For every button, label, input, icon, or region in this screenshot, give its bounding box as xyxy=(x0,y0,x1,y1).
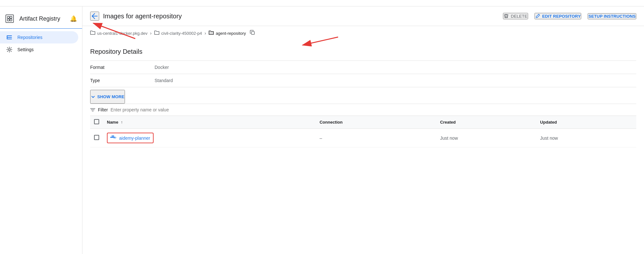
filter-bar: Filter xyxy=(90,107,636,112)
folder-icon-project xyxy=(154,30,159,36)
breadcrumb-project-label: civil-clarity-450002-p4 xyxy=(161,31,202,36)
repositories-label: Repositories xyxy=(17,35,43,40)
image-name: aidemy-planner xyxy=(119,136,150,141)
sidebar-nav: Repositories Settings xyxy=(0,29,82,58)
svg-rect-18 xyxy=(113,136,114,136)
show-more-button[interactable]: SHOW MORE xyxy=(90,90,125,104)
copy-icon[interactable] xyxy=(250,30,255,36)
edit-repository-button[interactable]: EDIT REPOSITORY xyxy=(535,13,582,19)
updated-column-header: Updated xyxy=(536,116,636,129)
connection-label: Connection xyxy=(319,120,343,125)
connection-column-header: Connection xyxy=(316,116,436,129)
folder-icon-domain xyxy=(90,30,95,36)
svg-rect-3 xyxy=(7,19,9,21)
checkbox-header xyxy=(90,116,103,129)
folder-icon-repo xyxy=(209,30,214,36)
table-row: aidemy-planner – Just now Just now xyxy=(90,129,636,147)
details-row-format: Format Docker xyxy=(90,61,636,74)
breadcrumb-repo[interactable]: agent-repository xyxy=(209,30,246,36)
row-connection-cell: – xyxy=(316,129,436,147)
sidebar: Artifact Registry 🔔 Repositories xyxy=(0,6,82,254)
breadcrumb-chevron-1: › xyxy=(150,31,152,36)
delete-button[interactable]: DELETE xyxy=(503,13,528,19)
svg-rect-2 xyxy=(10,16,12,18)
header-actions: DELETE EDIT REPOSITORY SETUP INSTRUCTION… xyxy=(503,13,636,19)
svg-rect-4 xyxy=(10,19,12,21)
image-name-link[interactable]: aidemy-planner xyxy=(110,135,150,141)
repo-details-title: Repository Details xyxy=(90,48,636,55)
name-label: Name xyxy=(107,120,118,125)
sidebar-header: Artifact Registry 🔔 xyxy=(0,9,82,28)
created-label: Created xyxy=(440,120,456,125)
images-table: Name ↑ Connection Created Updated xyxy=(90,116,636,147)
breadcrumb-domain[interactable]: us-central1-docker.pkg.dev xyxy=(90,30,147,36)
svg-rect-1 xyxy=(7,16,9,18)
breadcrumb-project[interactable]: civil-clarity-450002-p4 xyxy=(154,30,202,36)
table-header-row: Name ↑ Connection Created Updated xyxy=(90,116,636,129)
app-title: Artifact Registry xyxy=(19,15,66,22)
show-more-label: SHOW MORE xyxy=(97,94,124,99)
svg-rect-19 xyxy=(114,137,115,138)
breadcrumb-chevron-2: › xyxy=(204,31,206,36)
delete-label: DELETE xyxy=(511,14,527,19)
type-value: Standard xyxy=(155,74,636,87)
repositories-icon xyxy=(6,34,12,40)
row-name-cell: aidemy-planner xyxy=(103,129,316,147)
updated-label: Updated xyxy=(540,120,557,125)
edit-label: EDIT REPOSITORY xyxy=(542,14,581,19)
notification-bell-icon[interactable]: 🔔 xyxy=(70,15,77,22)
filter-icon xyxy=(90,107,95,112)
main-content: Images for agent-repository DELETE EDIT … xyxy=(82,6,644,254)
type-label: Type xyxy=(90,74,155,87)
content-area: Repository Details Format Docker Type St… xyxy=(82,40,644,254)
content-header: Images for agent-repository DELETE EDIT … xyxy=(82,6,644,26)
filter-input[interactable] xyxy=(110,107,636,112)
svg-point-9 xyxy=(8,49,10,51)
setup-instructions-button[interactable]: SETUP INSTRUCTIONS xyxy=(588,13,636,19)
filter-bar-section: Filter xyxy=(90,104,636,116)
sidebar-item-repositories[interactable]: Repositories xyxy=(0,31,78,43)
setup-label: SETUP INSTRUCTIONS xyxy=(588,14,636,19)
format-value: Docker xyxy=(155,61,636,74)
row-checkbox[interactable] xyxy=(94,135,99,140)
app-logo xyxy=(4,13,15,24)
sort-icon: ↑ xyxy=(121,120,123,125)
page-title: Images for agent-repository xyxy=(103,13,499,20)
svg-rect-10 xyxy=(251,32,254,34)
svg-rect-17 xyxy=(112,136,113,136)
format-label: Format xyxy=(90,61,155,74)
breadcrumb-domain-label: us-central1-docker.pkg.dev xyxy=(97,31,147,36)
select-all-checkbox[interactable] xyxy=(94,119,99,124)
docker-icon xyxy=(110,135,117,141)
created-column-header: Created xyxy=(436,116,536,129)
back-button[interactable] xyxy=(90,12,99,21)
details-row-type: Type Standard xyxy=(90,74,636,87)
settings-label: Settings xyxy=(17,47,34,52)
name-column-header[interactable]: Name ↑ xyxy=(103,116,316,129)
row-created-cell: Just now xyxy=(436,129,536,147)
filter-label: Filter xyxy=(98,107,108,112)
breadcrumb: us-central1-docker.pkg.dev › civil-clari… xyxy=(82,26,644,40)
settings-icon xyxy=(6,47,12,52)
svg-rect-0 xyxy=(6,15,14,23)
sidebar-item-settings[interactable]: Settings xyxy=(0,43,78,56)
row-checkbox-cell xyxy=(90,129,103,147)
details-table: Format Docker Type Standard xyxy=(90,61,636,87)
breadcrumb-repo-label: agent-repository xyxy=(216,31,246,36)
row-updated-cell: Just now xyxy=(536,129,636,147)
